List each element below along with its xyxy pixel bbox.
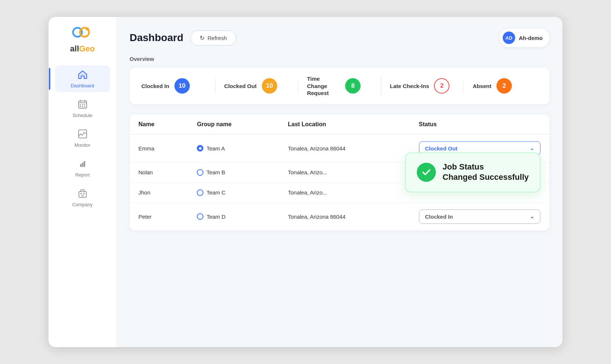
sidebar-item-company-label: Company <box>72 202 93 207</box>
toast-line1: Job Status <box>442 162 484 171</box>
stat-late-checkins: Late Check-Ins 2 <box>381 78 464 94</box>
stat-clocked-in-badge: 10 <box>174 78 190 94</box>
stat-clocked-out-label: Clocked Out <box>224 83 257 89</box>
cell-group: Team A <box>188 134 279 162</box>
cell-location: Tonalea, Arizona 86044 <box>279 203 410 230</box>
refresh-label: Refresh <box>207 35 227 41</box>
overview-label: Overview <box>130 56 549 62</box>
user-name: Ah-demo <box>519 35 543 41</box>
svg-rect-14 <box>80 164 82 167</box>
status-dropdown-clocked-in[interactable]: Clocked In ⌄ <box>419 210 541 224</box>
sidebar-item-dashboard[interactable]: Dashboard <box>55 65 110 92</box>
toast-message: Job Status Changed Successfully <box>442 162 529 183</box>
svg-rect-12 <box>84 106 85 107</box>
logo-svg <box>70 26 95 44</box>
group-name: Team B <box>206 169 225 175</box>
col-location: Last Location <box>279 114 410 135</box>
stat-late-checkins-label: Late Check-Ins <box>390 83 429 89</box>
col-status: Status <box>410 114 550 135</box>
table-header-row: Name Group name Last Location Status <box>130 114 549 135</box>
svg-rect-8 <box>82 104 83 105</box>
stat-clocked-out-badge: 10 <box>262 78 277 94</box>
stat-time-change-badge: 8 <box>345 78 361 94</box>
cell-group: Team C <box>188 182 279 203</box>
cell-name: Emma <box>130 134 188 162</box>
cell-location: Tonalea, Arizo... <box>279 182 410 203</box>
svg-rect-13 <box>79 130 87 138</box>
col-group: Group name <box>188 114 279 135</box>
stat-absent: Absent 2 <box>464 78 538 94</box>
stat-clocked-in-label: Clocked In <box>141 83 169 89</box>
sidebar-item-monitor-label: Monitor <box>75 142 90 148</box>
sidebar-item-company[interactable]: Company <box>55 184 110 211</box>
radio-unselected[interactable] <box>197 189 203 196</box>
refresh-button[interactable]: ↻ Refresh <box>191 30 236 46</box>
avatar: AD <box>503 32 515 44</box>
cell-name: Nolan <box>130 162 188 182</box>
main-content: Dashboard ↻ Refresh AD Ah-demo Overview … <box>116 17 563 347</box>
logo-text: allGeo <box>70 44 95 54</box>
svg-rect-16 <box>84 161 85 167</box>
svg-rect-10 <box>80 106 81 107</box>
radio-unselected[interactable] <box>197 169 203 176</box>
status-label: Clocked Out <box>425 145 458 152</box>
sidebar: allGeo Dashboard <box>48 17 116 347</box>
table-row: Peter Team D Tonalea, Arizona 86044 Cloc… <box>130 203 549 230</box>
logo-area: allGeo <box>70 26 95 54</box>
sidebar-item-report-label: Report <box>75 172 90 178</box>
col-name: Name <box>130 114 188 135</box>
sidebar-item-report[interactable]: Report <box>55 154 110 181</box>
cell-name: Jhon <box>130 182 188 203</box>
group-name: Team A <box>206 145 225 152</box>
stat-time-change-label: Time Change Request <box>307 75 340 97</box>
sidebar-item-schedule[interactable]: Schedule <box>55 95 110 122</box>
stats-bar: Clocked In 10 Clocked Out 10 Time Change… <box>130 68 549 104</box>
stat-absent-label: Absent <box>473 83 491 89</box>
schedule-icon <box>78 99 87 110</box>
header: Dashboard ↻ Refresh AD Ah-demo <box>130 29 549 47</box>
sidebar-item-monitor[interactable]: Monitor <box>55 125 110 152</box>
stat-clocked-out: Clocked Out 10 <box>216 78 299 94</box>
monitor-icon <box>78 129 87 140</box>
svg-rect-18 <box>82 194 84 197</box>
radio-unselected[interactable] <box>197 213 203 220</box>
page-title: Dashboard <box>130 32 183 44</box>
cell-status: Clocked In ⌄ <box>410 203 550 230</box>
svg-rect-7 <box>80 104 81 105</box>
group-name: Team C <box>206 189 225 196</box>
cell-name: Peter <box>130 203 188 230</box>
svg-point-2 <box>86 28 89 31</box>
home-icon <box>77 70 88 81</box>
group-name: Team D <box>206 214 225 220</box>
toast-notification: Job Status Changed Successfully <box>405 152 540 192</box>
svg-rect-9 <box>84 104 85 105</box>
stat-time-change: Time Change Request 8 <box>298 75 381 97</box>
svg-rect-11 <box>82 106 83 107</box>
cell-group: Team B <box>188 162 279 182</box>
sidebar-item-schedule-label: Schedule <box>72 113 92 118</box>
svg-rect-20 <box>83 193 85 194</box>
stat-clocked-in: Clocked In 10 <box>141 78 216 94</box>
refresh-icon: ↻ <box>200 34 205 41</box>
user-badge[interactable]: AD Ah-demo <box>500 29 549 47</box>
toast-line2: Changed Successfully <box>442 173 529 182</box>
data-table-card: Name Group name Last Location Status Emm… <box>130 114 549 230</box>
radio-selected[interactable] <box>197 145 203 152</box>
stat-absent-badge: 2 <box>496 78 512 94</box>
svg-rect-15 <box>82 163 83 167</box>
cell-location: Tonalea, Arizo... <box>279 162 410 182</box>
chevron-down-icon: ⌄ <box>530 214 534 219</box>
sidebar-item-dashboard-label: Dashboard <box>71 83 94 88</box>
svg-rect-19 <box>80 193 82 194</box>
company-icon <box>78 189 87 200</box>
stat-late-checkins-badge: 2 <box>434 78 449 94</box>
cell-location: Tonalea, Arizona 86044 <box>279 134 410 162</box>
chevron-down-icon: ⌄ <box>530 145 534 151</box>
cell-group: Team D <box>188 203 279 230</box>
header-left: Dashboard ↻ Refresh <box>130 30 236 46</box>
toast-success-icon <box>417 163 436 182</box>
report-icon <box>78 159 87 170</box>
status-label: Clocked In <box>425 214 453 220</box>
